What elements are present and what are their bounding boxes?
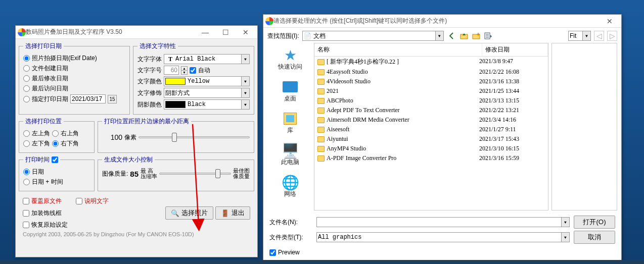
quality-left-label: 最 高压缩率 <box>141 168 157 179</box>
open-button[interactable]: 打开(O) <box>574 216 615 229</box>
back-icon[interactable] <box>447 31 457 41</box>
main-app-window: 数码照片叠加日期及文字程序 V3.50 — ☐ ✕ 选择打印日期 照片拍摄日期(… <box>15 25 258 257</box>
place-quickaccess[interactable]: ★ 快速访问 <box>267 45 313 73</box>
maximize-button[interactable]: ☐ <box>216 27 235 38</box>
table-row[interactable]: 20212021/1/25 13:44 <box>314 86 548 96</box>
place-thispc[interactable]: 🖥️ 此电脑 <box>267 140 313 168</box>
caption-checkbox[interactable]: 说明文字 <box>76 197 109 205</box>
table-row[interactable]: A-PDF Image Converter Pro2021/3/16 15:59 <box>314 153 548 163</box>
opt-access-date[interactable]: 最后访问日期 <box>23 84 68 93</box>
file-name: Aiyuntui <box>327 135 348 143</box>
cancel-button[interactable]: 取消 <box>574 231 615 244</box>
preview-next-icon[interactable]: ▷ <box>607 31 617 41</box>
place-network[interactable]: 🌐 网络 <box>267 172 313 200</box>
shadow-color-select[interactable]: Black ▼ <box>164 99 250 110</box>
file-date: 2021/3/16 13:38 <box>479 78 545 85</box>
file-date: 2021/3/16 15:59 <box>479 154 545 162</box>
pos-tl[interactable]: 左上角 <box>23 129 50 138</box>
up-folder-icon[interactable] <box>459 31 469 41</box>
look-in-select[interactable]: 📄 文档 ▼ <box>302 31 444 41</box>
col-name[interactable]: 名称 <box>314 43 482 56</box>
text-props-legend: 选择文字特性 <box>137 42 178 50</box>
folder-icon <box>317 127 325 133</box>
file-name: 4Videosoft Studio <box>327 78 371 85</box>
auto-size-checkbox[interactable]: 自动 <box>190 66 210 75</box>
chevron-down-icon[interactable]: ▼ <box>241 88 249 97</box>
table-row[interactable]: ABCPhoto2021/3/13 13:15 <box>314 96 548 105</box>
quality-slider[interactable] <box>159 168 231 179</box>
table-row[interactable]: Aiyuntui2021/3/17 15:43 <box>314 134 548 144</box>
chevron-down-icon[interactable]: ▼ <box>582 31 590 40</box>
size-up-icon[interactable]: ▲ <box>181 67 187 71</box>
opt-modify-date[interactable]: 最后修改日期 <box>23 74 68 83</box>
close-button[interactable]: ✕ <box>236 27 255 38</box>
chevron-down-icon[interactable]: ▼ <box>435 31 443 40</box>
titlebar[interactable]: 数码照片叠加日期及文字程序 V3.50 — ☐ ✕ <box>16 26 257 39</box>
color-chip-black <box>165 101 186 108</box>
quality-label: 图像质量: <box>102 170 128 178</box>
table-row[interactable]: AnyMP4 Studio2021/3/10 16:15 <box>314 144 548 153</box>
col-date[interactable]: 修改日期 <box>482 43 548 56</box>
file-date: 2021/1/25 13:44 <box>479 87 545 95</box>
exit-button[interactable]: 🚪 退出 <box>215 206 250 220</box>
opt-create-date[interactable]: 文件创建日期 <box>23 64 68 73</box>
select-photo-button[interactable]: 🔍 选择照片 <box>165 206 213 220</box>
size-down-icon[interactable]: ▼ <box>181 71 187 74</box>
time-enable-checkbox[interactable] <box>52 156 58 163</box>
taskbar[interactable] <box>0 260 644 264</box>
chevron-down-icon[interactable]: ▼ <box>561 218 569 227</box>
pos-tr[interactable]: 右上角 <box>52 129 79 138</box>
chevron-down-icon[interactable]: ▼ <box>241 55 249 64</box>
preview-checkbox[interactable]: Preview <box>269 249 615 256</box>
preview-prev-icon[interactable]: ◁ <box>594 31 604 41</box>
margin-unit: 像素 <box>124 133 136 142</box>
table-row[interactable]: [ 新华字典4秒1步检字0.22 ]2021/3/8 9:47 <box>314 57 548 67</box>
file-name: ABCPhoto <box>327 97 353 104</box>
folder-icon <box>317 59 325 65</box>
titlebar[interactable]: 请选择要处理的文件 (按住[Ctrl]或[Shift]键可以同时选择多个文件) … <box>263 15 621 28</box>
opt-exif-date[interactable]: 照片拍摄日期(Exif Date) <box>23 54 97 63</box>
time-date-only[interactable]: 日期 <box>23 168 44 176</box>
place-desktop[interactable]: 桌面 <box>267 77 313 104</box>
border-checkbox[interactable]: 加装饰线框 <box>23 209 62 218</box>
minimize-button[interactable]: — <box>196 27 215 38</box>
file-date: 2021/3/8 9:47 <box>479 58 545 66</box>
zoom-fit-select[interactable]: Fit ▼ <box>568 31 591 41</box>
date-input[interactable] <box>70 94 106 103</box>
chevron-down-icon[interactable]: ▼ <box>241 77 249 86</box>
pos-br[interactable]: 右下角 <box>52 139 79 148</box>
star-icon: ★ <box>267 47 313 63</box>
pos-bl[interactable]: 左下角 <box>23 139 50 148</box>
restore-defaults-checkbox[interactable]: 恢复原始设定 <box>23 221 68 229</box>
place-libraries[interactable]: 库 <box>267 109 313 136</box>
margin-slider[interactable] <box>139 132 250 143</box>
filename-input[interactable]: ▼ <box>316 217 570 227</box>
chevron-down-icon[interactable]: ▼ <box>241 100 249 109</box>
calendar-icon[interactable]: 15 <box>108 95 117 103</box>
text-color-select[interactable]: Yellow ▼ <box>164 76 250 86</box>
overwrite-checkbox[interactable]: 覆盖原文件 <box>23 197 62 205</box>
time-legend: 打印时间 <box>23 155 60 164</box>
margin-legend: 打印位置距照片边缘的最小距离 <box>102 117 191 126</box>
folder-icon <box>317 117 325 123</box>
opt-custom-date[interactable]: 指定打印日期 <box>23 95 68 103</box>
position-group: 选择打印位置 左上角 右上角 左下角 右下角 <box>19 117 95 153</box>
font-select[interactable]: T Arial Black ▼ <box>164 54 250 64</box>
filetype-select[interactable]: All graphics ▼ <box>316 232 570 242</box>
time-date-time[interactable]: 日期 + 时间 <box>23 178 63 186</box>
new-folder-icon[interactable] <box>471 31 481 41</box>
view-menu-icon[interactable] <box>483 31 493 41</box>
svg-rect-2 <box>473 34 480 39</box>
table-row[interactable]: Adept PDF To Text Converter2021/2/22 13:… <box>314 105 548 115</box>
table-row[interactable]: 4Videosoft Studio2021/3/16 13:38 <box>314 77 548 86</box>
chevron-down-icon[interactable]: ▼ <box>561 233 569 242</box>
table-row[interactable]: Aiseesoft2021/1/27 9:11 <box>314 125 548 134</box>
position-legend: 选择打印位置 <box>23 117 64 126</box>
table-row[interactable]: Aimersoft DRM Media Converter2021/3/4 14… <box>314 115 548 125</box>
decoration-select[interactable]: 阴影方式 ▼ <box>164 88 250 98</box>
font-size-input[interactable] <box>164 66 179 75</box>
folder-icon <box>317 136 325 142</box>
table-row[interactable]: 4Easysoft Studio2021/2/22 16:08 <box>314 67 548 77</box>
folder-icon <box>317 108 325 114</box>
close-button[interactable]: ✕ <box>600 16 619 27</box>
